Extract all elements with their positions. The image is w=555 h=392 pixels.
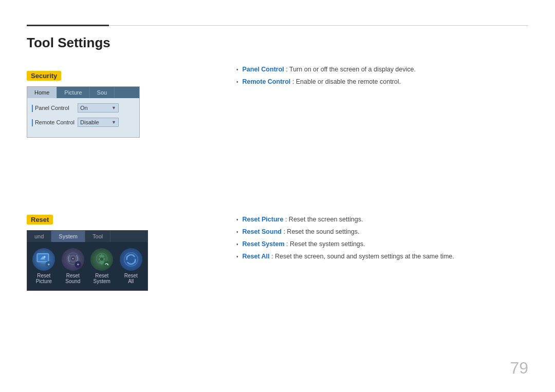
reset-picture-desc: • Reset Picture : Reset the screen setti… [236,216,528,223]
panel-control-desc: • Panel Control : Turn on or off the scr… [236,66,528,73]
reset-label: Reset [27,215,53,225]
reset-system-icon[interactable] [90,248,113,271]
reset-picture-label: ResetPicture [36,273,52,284]
reset-all-item: ResetAll [120,248,142,284]
reset-all-icon[interactable] [120,248,142,271]
top-rule [27,25,528,26]
reset-desc-section: • Reset Picture : Reset the screen setti… [236,216,528,265]
panel-control-value: On [80,105,88,111]
reset-picture-icon[interactable]: + [32,248,55,271]
remote-control-desc-text: Remote Control : Enable or disable the r… [243,78,401,85]
panel-control-label: | Panel Control [31,104,78,112]
reset-bullet-4: • [236,254,238,259]
security-label: Security [27,71,61,81]
panel-control-bullet: | [31,104,33,112]
reset-system-label: ResetSystem [94,273,110,284]
page-title: Tool Settings [27,35,110,51]
mockup-tab-sound[interactable]: Sou [90,87,115,98]
panel-control-arrow: ▼ [112,105,116,110]
reset-bullet-2: • [236,229,238,235]
svg-point-3 [44,256,46,258]
panel-control-select[interactable]: On ▼ [78,103,119,113]
rule-dark [27,25,109,26]
svg-text:+: + [77,263,79,267]
reset-all-desc: • Reset All : Reset the screen, sound an… [236,253,528,260]
remote-control-desc: • Remote Control : Enable or disable the… [236,78,528,85]
reset-body: + ResetPicture + [27,242,147,290]
reset-all-desc-text: Reset All : Reset the screen, sound and … [243,253,454,260]
reset-system-svg [92,250,111,269]
reset-system-desc: • Reset System : Reset the system settin… [236,240,528,248]
reset-system-item: ResetSystem [90,248,113,284]
remote-control-bullet: | [31,118,33,126]
reset-sound-desc-text: Reset Sound : Reset the sound settings. [243,228,360,235]
reset-all-label: ResetAll [124,273,138,284]
reset-sound-label: ResetSound [65,273,80,284]
reset-mockup: und System Tool + ResetPicture [27,230,148,291]
reset-system-link[interactable]: Reset System [243,240,285,248]
reset-sound-desc-body: : Reset the sound settings. [283,228,359,235]
remote-control-value: Disable [80,119,99,125]
mockup-tab-home[interactable]: Home [27,87,57,98]
reset-tab-tool[interactable]: Tool [85,231,110,242]
reset-all-svg [122,250,140,269]
remote-control-link[interactable]: Remote Control [243,78,291,85]
svg-point-15 [100,257,104,261]
security-mockup: Home Picture Sou | Panel Control On ▼ | … [27,86,140,138]
reset-sound-link[interactable]: Reset Sound [243,228,282,235]
svg-point-11 [72,258,73,259]
remote-control-desc-body: : Enable or disable the remote control. [292,78,401,85]
page-number: 79 [510,359,528,378]
reset-sound-desc: • Reset Sound : Reset the sound settings… [236,228,528,235]
reset-sound-item: + ResetSound [62,248,84,284]
remote-control-row: | Remote Control Disable ▼ [31,118,135,127]
panel-control-desc-body: : Turn on or off the screen of a display… [286,66,416,73]
mockup-body: | Panel Control On ▼ | Remote Control Di… [27,98,139,137]
reset-picture-link[interactable]: Reset Picture [243,216,284,223]
remote-control-arrow: ▼ [112,120,116,125]
mockup-tab-picture[interactable]: Picture [57,87,89,98]
reset-tab-bar: und System Tool [27,231,147,242]
desc-bullet-2: • [236,79,238,85]
reset-picture-desc-body: : Reset the screen settings. [285,216,363,223]
reset-all-desc-body: : Reset the screen, sound and system set… [271,253,454,260]
reset-tab-und[interactable]: und [27,231,51,242]
svg-text:+: + [48,263,50,267]
reset-picture-item: + ResetPicture [32,248,55,284]
panel-control-row: | Panel Control On ▼ [31,103,135,113]
panel-control-link[interactable]: Panel Control [243,66,284,73]
reset-sound-svg: + [64,250,82,269]
mockup-tab-bar: Home Picture Sou [27,87,139,98]
reset-bullet-1: • [236,217,238,222]
reset-picture-desc-text: Reset Picture : Reset the screen setting… [243,216,363,223]
reset-system-desc-text: Reset System : Reset the system settings… [243,240,365,248]
reset-tab-system[interactable]: System [51,231,85,242]
reset-bullet-3: • [236,241,238,247]
reset-all-link[interactable]: Reset All [243,253,270,260]
reset-picture-svg: + [34,250,53,269]
panel-control-desc-text: Panel Control : Turn on or off the scree… [243,66,416,73]
rule-light [109,25,528,26]
svg-point-16 [104,261,110,268]
remote-control-select[interactable]: Disable ▼ [78,118,119,127]
reset-system-desc-body: : Reset the system settings. [286,240,365,248]
desc-bullet-1: • [236,67,238,72]
remote-control-label: | Remote Control [31,118,78,126]
reset-sound-icon[interactable]: + [62,248,84,271]
security-desc-section: • Panel Control : Turn on or off the scr… [236,66,528,90]
